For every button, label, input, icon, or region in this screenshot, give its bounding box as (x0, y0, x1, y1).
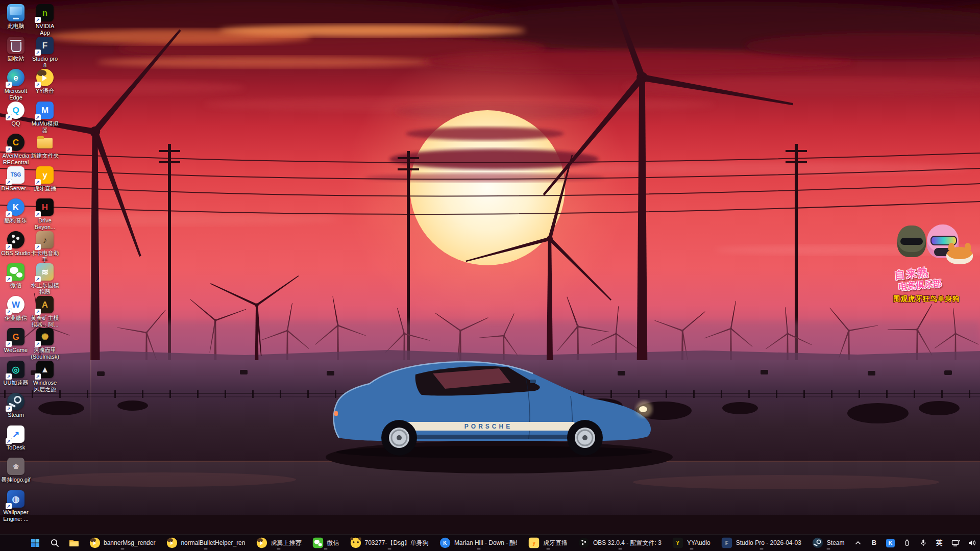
huya-recommend-icon (257, 538, 267, 548)
taskbar-app-wechat[interactable]: 微信 (308, 536, 344, 549)
taskbar-app-huya-live[interactable]: y虎牙直播 (524, 536, 572, 549)
taskbar-app-list: bannerMsg_rendernormalBulletHelper_ren虎翼… (84, 536, 850, 549)
desktop-icon-wegame[interactable]: G↗WeGame (1, 328, 31, 354)
desktop-icon-drive-beyond[interactable]: H↗Drive Beyon... (30, 198, 60, 231)
taskbar-app-obs[interactable]: OBS 32.0.4 - 配置文件: 3 (574, 536, 666, 549)
desktop-icon-nvidia-app[interactable]: n↗NVIDIA App (30, 4, 60, 36)
desktop-icon-steam[interactable]: ↗Steam (1, 393, 31, 418)
desktop-icon-microsoft-edge[interactable]: e↗Microsoft Edge (1, 69, 31, 101)
running-indicator (760, 548, 763, 550)
taskbar-app-steam[interactable]: Steam (808, 536, 849, 549)
file-explorer-button[interactable] (65, 536, 83, 549)
desktop-icon-gua-logo-gif[interactable]: ❀暴挂logo.gif (1, 458, 31, 483)
shortcut-arrow-icon: ↗ (35, 341, 41, 347)
desktop-icon-kugou-music[interactable]: K↗酷狗音乐 (1, 198, 31, 224)
desktop-icon-todesk[interactable]: ↗↗ToDesk (1, 425, 31, 451)
studio-pro-icon: F (722, 538, 732, 548)
taskbar-app-label: 703277-【Dsg】单身狗 (364, 539, 428, 547)
tray-volume-icon[interactable] (966, 536, 979, 549)
desktop-icon-waterpark-sim[interactable]: ≋↗水上乐园模拟器 (30, 263, 60, 295)
taskbar-app-yy-audio[interactable]: YYYAudio (668, 536, 715, 549)
tray-ime-indicator[interactable]: 英 (933, 536, 946, 549)
huya-live-icon: y↗ (36, 166, 54, 184)
shortcut-arrow-icon: ↗ (35, 114, 41, 120)
shortcut-arrow-icon: ↗ (6, 211, 12, 217)
desktop-icon-label: DHServer... (2, 185, 31, 192)
desktop-icon-windrose[interactable]: ▲↗Windrose 风启之旅 (30, 361, 60, 393)
tray-network-icon[interactable] (949, 536, 963, 549)
tray-chevron-up-icon[interactable] (851, 536, 865, 549)
taskbar-app-label: OBS 32.0.4 - 配置文件: 3 (593, 539, 662, 547)
desktop-icon-label: Wallpaper Engine: ... (1, 509, 31, 522)
shortcut-arrow-icon: ↗ (35, 373, 41, 380)
desktop-icon-kaka-edm-helper[interactable]: ♪↗卡卡电音助手 (30, 231, 60, 263)
desktop-icon-label: 虎牙直播 (34, 185, 56, 192)
soulmask-icon: ✺↗ (36, 328, 54, 345)
huya-recommend-icon (256, 538, 267, 548)
taskbar-app-studio-pro[interactable]: FStudio Pro - 2026-04-03 (717, 536, 806, 549)
obs-icon (579, 538, 590, 548)
desktop-icon-obs-studio[interactable]: ↗OBS Studio (1, 231, 31, 257)
kaka-edm-helper-icon: ♪↗ (36, 231, 54, 248)
yy-audio-icon: Y (673, 538, 683, 548)
shortcut-arrow-icon: ↗ (35, 276, 41, 282)
tray-microphone-icon[interactable] (917, 536, 930, 549)
shortcut-arrow-icon: ↗ (6, 341, 12, 347)
shortcut-arrow-icon: ↗ (6, 373, 12, 380)
desktop-icon-label: 卡卡电音助手 (30, 250, 60, 263)
obs-icon (579, 538, 589, 548)
taskbar-app-huya-recommend[interactable]: 虎翼上推荐 (252, 536, 306, 549)
new-folder-icon (36, 134, 54, 151)
shortcut-arrow-icon: ↗ (6, 82, 12, 88)
taskbar-app-normal-bullet-helper[interactable]: normalBulletHelper_ren (162, 536, 250, 549)
taskbar-app-kugou-playing[interactable]: KMarian Hill - Down - 酷! (435, 536, 522, 549)
desktop-icon-wechat[interactable]: ↗微信 (1, 263, 31, 289)
shortcut-arrow-icon: ↗ (35, 244, 41, 250)
desktop-icon-label: 灵魂面甲 (Soulmask) (30, 347, 60, 360)
taskbar-app-banner-msg-render[interactable]: bannerMsg_render (85, 536, 160, 549)
desktop-icon-label: 回收站 (8, 56, 24, 62)
desktop-icon-new-folder[interactable]: 新建文件夹 (30, 134, 60, 159)
desktop-icon-wallpaper-engine[interactable]: ◍↗Wallpaper Engine: ... (1, 490, 31, 522)
kugou-playing-icon: K (440, 538, 451, 548)
normal-bullet-helper-icon (166, 538, 177, 548)
tray-usb-icon[interactable] (900, 536, 914, 549)
running-indicator (324, 548, 328, 550)
tray-b-icon[interactable]: B (868, 536, 881, 549)
desktop-icon-uu-booster[interactable]: ◎↗UU加速器 (1, 361, 31, 386)
tray-kugou-icon[interactable]: K (884, 536, 897, 549)
desktop-icon-label: 企业微信 (5, 315, 27, 321)
wechat-icon (312, 538, 323, 548)
windows-logo-icon (31, 538, 40, 547)
shortcut-arrow-icon: ↗ (35, 211, 41, 217)
desktop-icon-soulmask[interactable]: ✺↗灵魂面甲 (Soulmask) (30, 328, 60, 360)
shortcut-arrow-icon: ↗ (6, 146, 12, 153)
dsg-703277-icon (350, 538, 361, 548)
desktop-icon-huya-live[interactable]: y↗虎牙直播 (30, 166, 60, 192)
desktop-icon-gold-miner-sim[interactable]: A↗黄金矿主模拟器：阿... (30, 296, 60, 328)
running-indicator (690, 548, 693, 550)
steam-icon (813, 538, 823, 548)
studio-pro-8-icon: F↗ (36, 37, 54, 54)
shortcut-arrow-icon: ↗ (35, 82, 41, 88)
desktop-icon-recycle-bin[interactable]: 回收站 (1, 37, 31, 62)
desktop-icon-label: Microsoft Edge (1, 88, 31, 101)
huya-live-icon: y (529, 538, 540, 548)
running-indicator (546, 548, 550, 550)
desktop-icon-mumu-emulator[interactable]: M↗MuMu模拟器 (30, 102, 60, 134)
desktop-icon-label: Windrose 风启之旅 (30, 380, 60, 393)
running-indicator (827, 548, 830, 550)
desktop-icon-this-pc[interactable]: 此电脑 (1, 4, 31, 30)
taskbar-app-label: 微信 (327, 539, 339, 547)
desktop-icon-qq[interactable]: Q↗QQ (1, 102, 31, 127)
desktop-icon-studio-pro-8[interactable]: F↗Studio pro 8 (30, 37, 60, 69)
desktop-icon-yy-voice[interactable]: ↗YY语音 (30, 69, 60, 94)
dhserver-icon: TSG↗ (7, 166, 24, 184)
todesk-icon: ↗↗ (7, 425, 24, 443)
start-button[interactable] (27, 536, 44, 549)
desktop-icon-label: UU加速器 (4, 380, 29, 386)
taskbar-app-dsg-703277[interactable]: 703277-【Dsg】单身狗 (346, 536, 433, 549)
desktop-icon-wecom[interactable]: W↗企业微信 (1, 296, 31, 321)
desktop-icon-dhserver[interactable]: TSG↗DHServer... (1, 166, 31, 192)
search-button[interactable] (46, 536, 63, 549)
